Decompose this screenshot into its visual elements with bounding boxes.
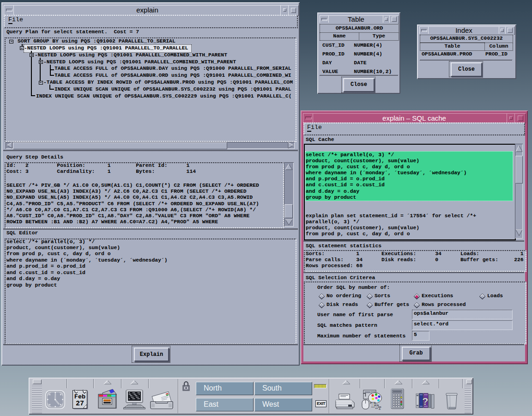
svg-text:27: 27 [76, 400, 84, 408]
svg-text:Feb: Feb [74, 393, 85, 400]
svg-text:?: ? [422, 396, 428, 407]
svg-text:T: T [378, 406, 381, 410]
